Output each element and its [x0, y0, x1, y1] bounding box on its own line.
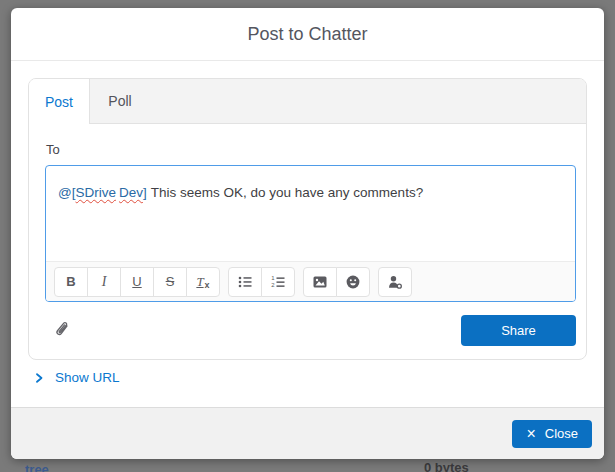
modal-header: Post to Chatter — [11, 8, 604, 61]
underline-button[interactable]: U — [120, 267, 154, 297]
post-panel: To @[SDriveDev]This seems OK, do you hav… — [29, 124, 586, 359]
editor-text-area[interactable]: @[SDriveDev]This seems OK, do you have a… — [46, 166, 575, 261]
to-label: To — [46, 142, 576, 157]
attach-file-button[interactable] — [54, 321, 72, 341]
modal-body: Post Poll To @[SDriveDev]This seems OK, … — [11, 61, 604, 385]
insert-emoji-button[interactable] — [336, 267, 370, 297]
emoji-smiley-icon — [345, 274, 361, 290]
paperclip-icon — [54, 321, 72, 339]
post-to-chatter-modal: Post to Chatter Post Poll To @[SDriv — [11, 8, 604, 459]
actions-row: Share — [45, 315, 576, 346]
italic-icon: I — [102, 274, 107, 290]
tab-post[interactable]: Post — [29, 79, 90, 124]
modal-title: Post to Chatter — [247, 24, 367, 45]
numbered-list-icon: 1 2 — [270, 274, 286, 290]
rich-text-toolbar: B I U S — [46, 261, 575, 301]
add-user-mention-button[interactable] — [378, 267, 412, 297]
mention-button-group — [378, 267, 412, 297]
close-button[interactable]: × Close — [512, 420, 592, 448]
chevron-right-icon — [33, 372, 45, 384]
svg-text:2: 2 — [271, 282, 275, 288]
italic-button[interactable]: I — [87, 267, 121, 297]
add-user-icon — [387, 274, 403, 290]
bold-icon: B — [66, 274, 75, 289]
show-url-toggle[interactable]: Show URL — [33, 370, 143, 385]
underline-icon: U — [132, 274, 141, 289]
dimmed-page-background: tree 0 bytes Post to Chatter Post Poll T… — [0, 0, 615, 472]
list-button-group: 1 2 — [228, 267, 295, 297]
message-text: This seems OK, do you have any comments? — [151, 185, 423, 200]
bullet-list-button[interactable] — [228, 267, 262, 297]
image-icon — [312, 274, 328, 290]
background-partial-size-text: 0 bytes — [424, 460, 469, 472]
strikethrough-button[interactable]: S — [153, 267, 187, 297]
format-button-group: B I U S — [54, 267, 220, 297]
tab-bar: Post Poll — [29, 79, 586, 124]
strikethrough-icon: S — [166, 274, 175, 289]
close-button-label: Close — [545, 426, 578, 441]
tab-post-label: Post — [45, 94, 73, 110]
bullet-list-icon — [237, 274, 253, 290]
close-x-icon: × — [526, 426, 535, 442]
bold-button[interactable]: B — [54, 267, 88, 297]
clear-format-button[interactable]: Tx — [186, 267, 220, 297]
show-url-label: Show URL — [55, 370, 120, 385]
tab-poll-label: Poll — [108, 93, 131, 109]
tab-poll[interactable]: Poll — [90, 79, 150, 123]
mention-word-misspelled: Dev — [119, 185, 143, 200]
background-partial-link: tree — [25, 462, 49, 472]
share-button[interactable]: Share — [461, 315, 576, 346]
composer-card: Post Poll To @[SDriveDev]This seems OK, … — [28, 78, 587, 360]
media-button-group — [303, 267, 370, 297]
mention-word-misspelled: SDrive — [75, 185, 116, 200]
svg-text:1: 1 — [271, 275, 275, 281]
message-editor[interactable]: @[SDriveDev]This seems OK, do you have a… — [45, 165, 576, 302]
mention-token: @[SDriveDev] — [58, 185, 147, 200]
modal-footer: × Close — [11, 407, 604, 459]
numbered-list-button[interactable]: 1 2 — [261, 267, 295, 297]
insert-image-button[interactable] — [303, 267, 337, 297]
clear-format-icon: Tx — [196, 274, 209, 290]
